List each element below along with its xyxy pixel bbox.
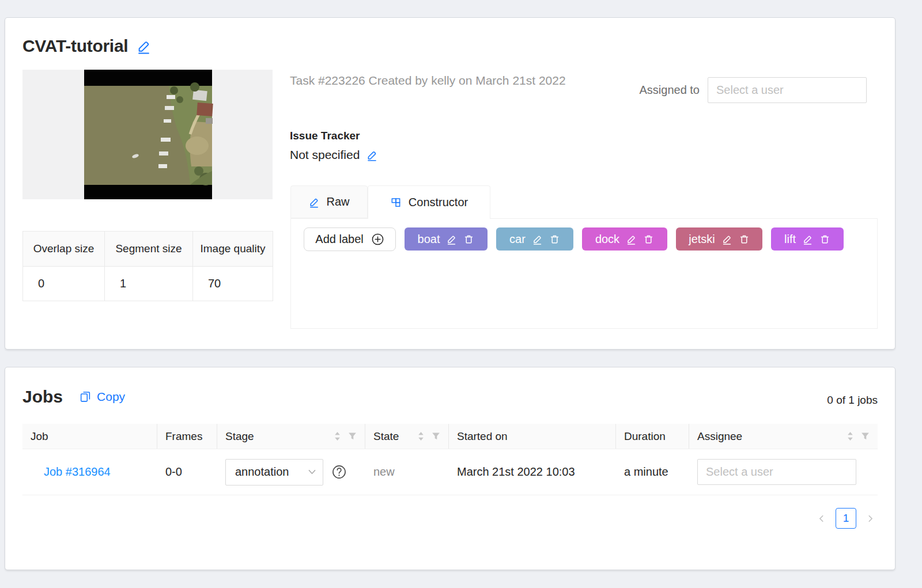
stage-select[interactable]: annotation: [225, 459, 323, 485]
previous-page-icon[interactable]: [818, 514, 826, 523]
label-name: lift: [784, 233, 796, 246]
task-details-panel: CVAT-tutorial: [5, 17, 895, 350]
build-icon: [390, 196, 402, 208]
stage-value: annotation: [235, 465, 289, 479]
jobs-table-header: Job Frames Stage State Started on Durati…: [22, 424, 878, 449]
sort-icon[interactable]: [418, 431, 424, 442]
job-state: new: [373, 465, 395, 479]
assigned-to-label: Assigned to: [639, 84, 700, 97]
param-value-segment: 1: [105, 267, 193, 301]
task-preview-image: [22, 70, 273, 199]
delete-label-icon[interactable]: [739, 234, 750, 245]
filter-icon[interactable]: [348, 432, 357, 441]
delete-label-icon[interactable]: [463, 234, 474, 245]
edit-issue-tracker-icon[interactable]: [366, 149, 378, 161]
constructor-tab-content: Add label boat car: [290, 218, 878, 329]
issue-tracker-label: Issue Tracker: [290, 130, 360, 142]
label-chip-dock: dock: [582, 227, 667, 251]
job-frames: 0-0: [165, 465, 182, 479]
assigned-to-row: Assigned to: [639, 77, 867, 103]
jobs-table: Job Frames Stage State Started on Durati…: [22, 424, 878, 495]
column-header-started-on: Started on: [449, 424, 616, 449]
issue-tracker-value: Not specified: [290, 148, 360, 162]
label-chip-boat: boat: [405, 227, 488, 251]
label-chip-car: car: [496, 227, 573, 251]
tab-constructor-label: Constructor: [409, 196, 468, 209]
filter-icon[interactable]: [861, 432, 870, 441]
tab-raw[interactable]: Raw: [290, 185, 368, 218]
copy-jobs-button[interactable]: Copy: [79, 390, 125, 404]
column-header-state: State: [365, 424, 449, 449]
pencil-icon: [308, 196, 320, 208]
filter-icon[interactable]: [432, 432, 440, 441]
label-name: dock: [595, 233, 619, 246]
job-link[interactable]: Job #316964: [44, 465, 111, 479]
param-header-segment: Segment size: [105, 232, 193, 267]
param-value-overlap: 0: [23, 267, 105, 301]
delete-label-icon[interactable]: [643, 234, 654, 245]
page-number-button[interactable]: 1: [836, 508, 856, 529]
column-header-stage: Stage: [217, 424, 365, 449]
delete-label-icon[interactable]: [549, 234, 560, 245]
label-name: jetski: [689, 233, 715, 246]
issue-tracker-value-row: Not specified: [290, 148, 378, 162]
sort-icon[interactable]: [334, 431, 341, 442]
edit-label-icon[interactable]: [532, 234, 543, 245]
jobs-title: Jobs: [22, 387, 63, 407]
copy-label: Copy: [97, 390, 125, 404]
task-meta-text: Task #223226 Created by kelly on March 2…: [290, 71, 572, 90]
label-chip-jetski: jetski: [676, 227, 762, 251]
chevron-down-icon: [308, 469, 316, 475]
job-duration: a minute: [624, 465, 668, 479]
param-value-quality: 70: [193, 267, 273, 301]
task-parameters-table: Overlap size Segment size Image quality …: [22, 231, 273, 301]
add-label-button[interactable]: Add label: [304, 227, 396, 251]
label-name: car: [509, 233, 526, 246]
help-icon[interactable]: [331, 464, 347, 480]
edit-label-icon[interactable]: [802, 234, 813, 245]
task-title: CVAT-tutorial: [22, 36, 128, 56]
add-label-text: Add label: [315, 233, 363, 246]
job-assignee-select[interactable]: [697, 459, 856, 485]
edit-task-name-icon[interactable]: [136, 39, 152, 54]
edit-label-icon[interactable]: [721, 234, 732, 245]
param-header-overlap: Overlap size: [23, 232, 105, 267]
copy-icon: [79, 390, 92, 403]
sort-icon[interactable]: [847, 431, 853, 442]
edit-label-icon[interactable]: [626, 234, 637, 245]
param-header-quality: Image quality: [193, 232, 273, 267]
tab-raw-label: Raw: [326, 195, 349, 208]
pagination: 1: [818, 508, 874, 529]
label-name: boat: [418, 233, 440, 246]
jobs-panel: Jobs Copy 0 of 1 jobs Job Frames Stage: [5, 367, 895, 570]
tab-constructor[interactable]: Constructor: [368, 185, 490, 219]
next-page-icon[interactable]: [866, 514, 874, 523]
column-header-assignee: Assignee: [689, 424, 878, 449]
task-title-row: CVAT-tutorial: [22, 36, 152, 56]
labels-tabs: Raw Constructor: [290, 185, 490, 219]
label-chip-lift: lift: [771, 227, 844, 251]
column-header-duration: Duration: [616, 424, 689, 449]
column-header-frames: Frames: [157, 424, 217, 449]
plus-circle-icon: [371, 233, 384, 246]
edit-label-icon[interactable]: [446, 234, 457, 245]
job-started-on: March 21st 2022 10:03: [457, 465, 575, 479]
column-header-job: Job: [22, 424, 157, 449]
jobs-count: 0 of 1 jobs: [827, 394, 878, 407]
task-assignee-select[interactable]: [708, 77, 867, 103]
delete-label-icon[interactable]: [819, 234, 830, 245]
job-row: Job #316964 0-0 annotation new: [22, 449, 878, 495]
